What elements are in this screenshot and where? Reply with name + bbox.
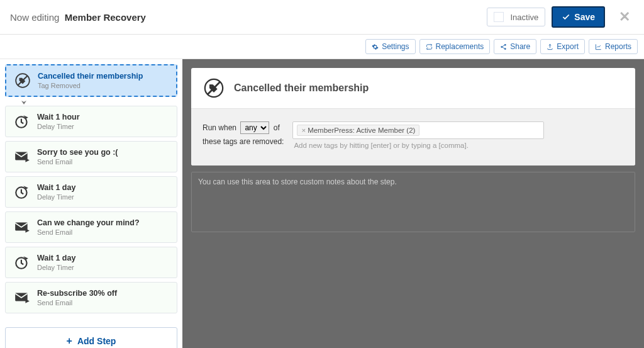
panel-title: Cancelled their membership [234, 82, 369, 94]
tag-chip[interactable]: ×MemberPress: Active Member (2) [297, 125, 419, 136]
timer-icon [13, 113, 31, 130]
replacements-button[interactable]: Replacements [419, 39, 491, 54]
funnel-name: Member Recovery [65, 12, 146, 23]
step-title: Can we change your mind? [37, 218, 140, 227]
tags-input[interactable]: ×MemberPress: Active Member (2) [292, 121, 544, 139]
panel-header: Cancelled their membership [191, 68, 635, 108]
settings-button[interactable]: Settings [365, 39, 415, 54]
status-toggle[interactable]: Inactive [487, 8, 545, 26]
action-bar: Settings Replacements Share Export Repor… [0, 35, 644, 59]
step-item-0[interactable]: Cancelled their membership Tag Removed [5, 64, 177, 97]
svg-point-1 [501, 46, 503, 48]
svg-point-2 [504, 48, 506, 50]
steps-sidebar: Cancelled their membership Tag Removed W… [0, 59, 182, 348]
editor-header: Now editing Member Recovery Inactive Sav… [0, 0, 644, 35]
chart-icon [595, 43, 602, 50]
step-title: Re-subscribe 30% off [37, 289, 117, 298]
check-icon [562, 13, 570, 21]
run-when-label: Run when anyall of these tags are remove… [203, 121, 284, 149]
tag-removed-icon [14, 72, 31, 89]
step-panel: Cancelled their membership Run when anya… [191, 68, 635, 166]
gear-icon [372, 43, 379, 50]
step-subtitle: Delay Timer [37, 193, 75, 201]
step-subtitle: Delay Timer [37, 123, 80, 130]
panel-body: Run when anyall of these tags are remove… [191, 108, 635, 166]
replace-icon [426, 43, 433, 50]
svg-point-4 [20, 79, 21, 80]
close-button[interactable]: ✕ [615, 9, 634, 25]
timer-icon [13, 183, 31, 201]
step-subtitle: Send Email [37, 299, 117, 306]
save-button[interactable]: Save [552, 6, 605, 28]
step-title: Cancelled their membership [38, 72, 143, 81]
step-item-1[interactable]: Wait 1 hour Delay Timer [5, 106, 177, 137]
share-icon [500, 43, 507, 50]
step-subtitle: Delay Timer [37, 264, 75, 271]
svg-point-13 [210, 86, 212, 87]
save-label: Save [574, 12, 595, 22]
run-when-select[interactable]: anyall [240, 121, 269, 134]
step-title: Wait 1 day [37, 183, 75, 192]
notes-area[interactable]: You can use this area to store custom no… [191, 172, 635, 232]
step-item-2[interactable]: Sorry to see you go :( Send Email [5, 141, 177, 172]
reports-button[interactable]: Reports [589, 39, 638, 54]
step-item-5[interactable]: Wait 1 day Delay Timer [5, 247, 177, 278]
email-icon [13, 148, 31, 166]
add-step-button[interactable]: + Add Step [5, 327, 177, 348]
step-title: Wait 1 hour [37, 113, 80, 121]
email-icon [13, 289, 31, 306]
step-item-4[interactable]: Can we change your mind? Send Email [5, 211, 177, 243]
tag-removed-icon [203, 77, 225, 99]
export-button[interactable]: Export [540, 39, 585, 54]
export-icon [547, 43, 553, 50]
svg-point-0 [504, 43, 506, 45]
step-title: Wait 1 day [37, 254, 75, 262]
now-editing-label: Now editing [10, 12, 59, 23]
step-connector [5, 98, 177, 104]
main-editor: Cancelled their membership Run when anya… [182, 59, 644, 348]
tags-hint: Add new tags by hitting [enter] or by ty… [292, 139, 544, 149]
plus-icon: + [67, 335, 72, 347]
step-item-6[interactable]: Re-subscribe 30% off Send Email [5, 282, 177, 313]
step-subtitle: Send Email [37, 228, 140, 236]
share-button[interactable]: Share [494, 39, 536, 54]
status-label: Inactive [510, 13, 538, 22]
page-title: Now editing Member Recovery [10, 12, 146, 23]
timer-icon [13, 254, 31, 271]
step-subtitle: Tag Removed [38, 82, 143, 89]
step-item-3[interactable]: Wait 1 day Delay Timer [5, 176, 177, 208]
step-title: Sorry to see you go :( [37, 148, 118, 157]
email-icon [13, 218, 31, 236]
status-color-swatch [494, 12, 504, 22]
remove-tag-icon[interactable]: × [301, 126, 306, 134]
step-subtitle: Send Email [37, 158, 118, 166]
add-step-label: Add Step [77, 336, 116, 346]
